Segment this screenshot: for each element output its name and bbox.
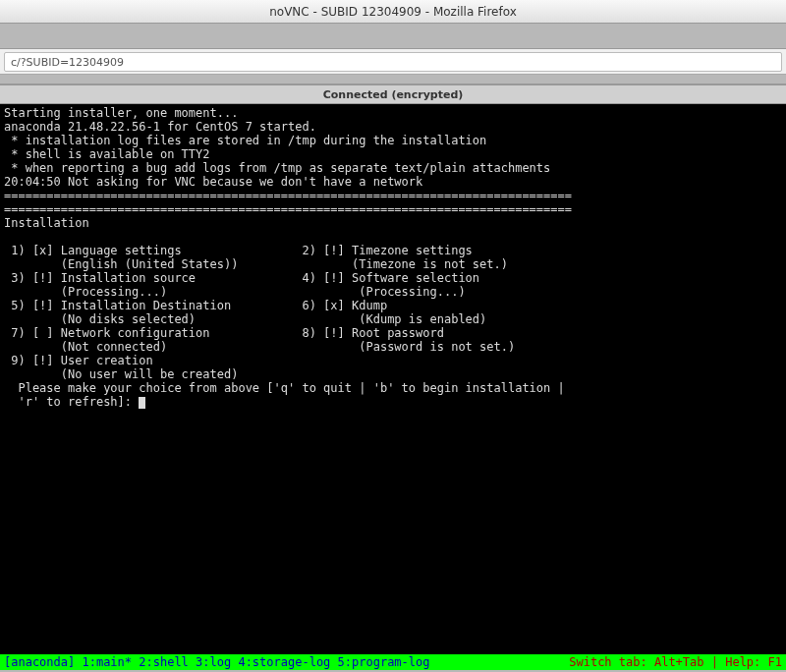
term-line: 5) [!] Installation Destination 6) [x] K… bbox=[4, 299, 387, 312]
url-input[interactable]: c/?SUBID=12304909 bbox=[4, 52, 782, 72]
term-line: ========================================… bbox=[4, 202, 572, 216]
term-line: 3) [!] Installation source 4) [!] Softwa… bbox=[4, 271, 479, 285]
term-line: (Processing...) (Processing...) bbox=[4, 285, 466, 299]
term-line: 'r' to refresh]: bbox=[4, 395, 139, 409]
term-line: * shell is available on TTY2 bbox=[4, 147, 210, 161]
url-text: c/?SUBID=12304909 bbox=[11, 56, 124, 69]
connection-status-bar: Connected (encrypted) bbox=[0, 84, 786, 104]
term-line: 1) [x] Language settings 2) [!] Timezone… bbox=[4, 244, 473, 257]
window-title: noVNC - SUBID 12304909 - Mozilla Firefox bbox=[269, 5, 517, 19]
term-line: (No disks selected) (Kdump is enabled) bbox=[4, 312, 486, 326]
term-line: (Not connected) (Password is not set.) bbox=[4, 340, 515, 354]
window-titlebar: noVNC - SUBID 12304909 - Mozilla Firefox bbox=[0, 0, 786, 24]
term-line: * installation log files are stored in /… bbox=[4, 134, 486, 147]
tmux-status-bar: [anaconda] 1:main* 2:shell 3:log 4:stora… bbox=[0, 654, 786, 670]
term-line: (English (United States)) (Timezone is n… bbox=[4, 257, 508, 271]
tmux-status-left: [anaconda] 1:main* 2:shell 3:log 4:stora… bbox=[4, 654, 429, 670]
term-line: Starting installer, one moment... bbox=[4, 106, 238, 120]
term-line: (No user will be created) bbox=[4, 367, 238, 381]
term-line: 20:04:50 Not asking for VNC because we d… bbox=[4, 175, 422, 189]
terminal-output[interactable]: Starting installer, one moment... anacon… bbox=[0, 104, 786, 654]
urlbar-row: c/?SUBID=12304909 bbox=[0, 49, 786, 75]
term-line: Installation bbox=[4, 216, 89, 230]
term-line: anaconda 21.48.22.56-1 for CentOS 7 star… bbox=[4, 120, 316, 134]
term-line: * when reporting a bug add logs from /tm… bbox=[4, 161, 550, 175]
gap bbox=[0, 75, 786, 84]
term-line: Please make your choice from above ['q' … bbox=[4, 381, 565, 395]
term-line: ========================================… bbox=[4, 189, 572, 202]
cursor-icon bbox=[139, 397, 145, 409]
term-line: 9) [!] User creation bbox=[4, 354, 153, 367]
tmux-status-right: Switch tab: Alt+Tab | Help: F1 bbox=[569, 654, 782, 670]
toolbar-spacer bbox=[0, 24, 786, 49]
connection-status-text: Connected (encrypted) bbox=[323, 88, 464, 101]
term-line: 7) [ ] Network configuration 8) [!] Root… bbox=[4, 326, 444, 340]
